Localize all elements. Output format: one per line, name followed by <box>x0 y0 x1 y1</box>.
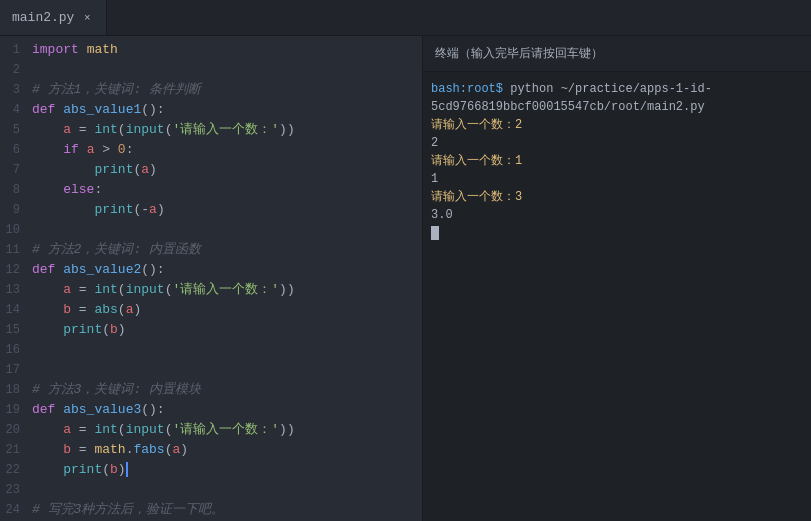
line-number: 6 <box>0 140 32 160</box>
code-line: 5 a = int(input('请输入一个数：')) <box>0 120 422 140</box>
terminal-title: 终端（输入完毕后请按回车键） <box>435 45 603 62</box>
terminal-output-line: 请输入一个数：1 <box>431 152 803 170</box>
code-line: 22 print(b) <box>0 460 422 480</box>
code-line: 1import math <box>0 40 422 60</box>
code-line: 7 print(a) <box>0 160 422 180</box>
terminal-prompt: bash:root$ <box>431 82 510 96</box>
line-number: 22 <box>0 460 32 480</box>
line-number: 2 <box>0 60 32 80</box>
code-line: 9 print(-a) <box>0 200 422 220</box>
text-cursor <box>126 462 128 477</box>
main-content: 1import math23# 方法1，关键词: 条件判断4def abs_va… <box>0 36 811 521</box>
line-content: a = int(input('请输入一个数：')) <box>32 420 295 440</box>
tab-close-button[interactable]: × <box>80 11 94 25</box>
tab-filename: main2.py <box>12 10 74 25</box>
code-line: 2 <box>0 60 422 80</box>
line-number: 13 <box>0 280 32 300</box>
line-content: print(b) <box>32 460 128 480</box>
line-content: print(b) <box>32 320 126 340</box>
terminal-header: 终端（输入完毕后请按回车键） <box>423 36 811 72</box>
line-content: # 写完3种方法后，验证一下吧。 <box>32 500 224 520</box>
code-line: 19def abs_value3(): <box>0 400 422 420</box>
line-content: # 方法1，关键词: 条件判断 <box>32 80 201 100</box>
line-content: b = abs(a) <box>32 300 141 320</box>
code-line: 16 <box>0 340 422 360</box>
line-number: 14 <box>0 300 32 320</box>
line-content: def abs_value1(): <box>32 100 165 120</box>
terminal-output-line: 请输入一个数：3 <box>431 188 803 206</box>
line-number: 4 <box>0 100 32 120</box>
line-content: print(-a) <box>32 200 165 220</box>
code-line: 24# 写完3种方法后，验证一下吧。 <box>0 500 422 520</box>
line-number: 11 <box>0 240 32 260</box>
line-number: 16 <box>0 340 32 360</box>
code-line: 23 <box>0 480 422 500</box>
code-line: 15 print(b) <box>0 320 422 340</box>
line-number: 19 <box>0 400 32 420</box>
code-line: 4def abs_value1(): <box>0 100 422 120</box>
editor-pane: 1import math23# 方法1，关键词: 条件判断4def abs_va… <box>0 36 422 521</box>
terminal-prompt-text: 请输入一个数：1 <box>431 154 522 168</box>
terminal-output-line: 3.0 <box>431 206 803 224</box>
line-number: 5 <box>0 120 32 140</box>
line-content: if a > 0: <box>32 140 133 160</box>
line-content: a = int(input('请输入一个数：')) <box>32 120 295 140</box>
code-line: 3# 方法1，关键词: 条件判断 <box>0 80 422 100</box>
code-line: 14 b = abs(a) <box>0 300 422 320</box>
line-number: 3 <box>0 80 32 100</box>
line-number: 23 <box>0 480 32 500</box>
line-number: 10 <box>0 220 32 240</box>
line-number: 8 <box>0 180 32 200</box>
line-number: 24 <box>0 500 32 520</box>
code-line: 11# 方法2，关键词: 内置函数 <box>0 240 422 260</box>
line-content: def abs_value3(): <box>32 400 165 420</box>
line-content: b = math.fabs(a) <box>32 440 188 460</box>
line-content: import math <box>32 40 118 60</box>
editor-tab[interactable]: main2.py × <box>0 0 107 35</box>
line-number: 9 <box>0 200 32 220</box>
terminal-prompt-text: 请输入一个数：3 <box>431 190 522 204</box>
line-content: a = int(input('请输入一个数：')) <box>32 280 295 300</box>
line-content: print(a) <box>32 160 157 180</box>
code-line: 20 a = int(input('请输入一个数：')) <box>0 420 422 440</box>
code-line: 18# 方法3，关键词: 内置模块 <box>0 380 422 400</box>
terminal-prompt-text: 请输入一个数：2 <box>431 118 522 132</box>
code-line: 12def abs_value2(): <box>0 260 422 280</box>
terminal-cursor <box>431 226 439 240</box>
line-content: # 方法3，关键词: 内置模块 <box>32 380 201 400</box>
code-line: 10 <box>0 220 422 240</box>
top-bar: main2.py × <box>0 0 811 36</box>
code-line: 13 a = int(input('请输入一个数：')) <box>0 280 422 300</box>
line-number: 20 <box>0 420 32 440</box>
code-line: 21 b = math.fabs(a) <box>0 440 422 460</box>
line-number: 18 <box>0 380 32 400</box>
terminal-cursor-line <box>431 224 803 242</box>
line-number: 7 <box>0 160 32 180</box>
line-number: 17 <box>0 360 32 380</box>
terminal-output-line: 2 <box>431 134 803 152</box>
line-content: else: <box>32 180 102 200</box>
line-number: 1 <box>0 40 32 60</box>
terminal-command-line: bash:root$ python ~/practice/apps-1-id-5… <box>431 80 803 116</box>
code-area[interactable]: 1import math23# 方法1，关键词: 条件判断4def abs_va… <box>0 36 422 521</box>
code-line: 6 if a > 0: <box>0 140 422 160</box>
terminal-body[interactable]: bash:root$ python ~/practice/apps-1-id-5… <box>423 72 811 521</box>
line-number: 21 <box>0 440 32 460</box>
code-line: 17 <box>0 360 422 380</box>
line-content: # 方法2，关键词: 内置函数 <box>32 240 201 260</box>
line-number: 15 <box>0 320 32 340</box>
line-content: def abs_value2(): <box>32 260 165 280</box>
line-number: 12 <box>0 260 32 280</box>
terminal-pane: 终端（输入完毕后请按回车键） bash:root$ python ~/pract… <box>422 36 811 521</box>
terminal-output-line: 1 <box>431 170 803 188</box>
code-line: 8 else: <box>0 180 422 200</box>
terminal-output-line: 请输入一个数：2 <box>431 116 803 134</box>
